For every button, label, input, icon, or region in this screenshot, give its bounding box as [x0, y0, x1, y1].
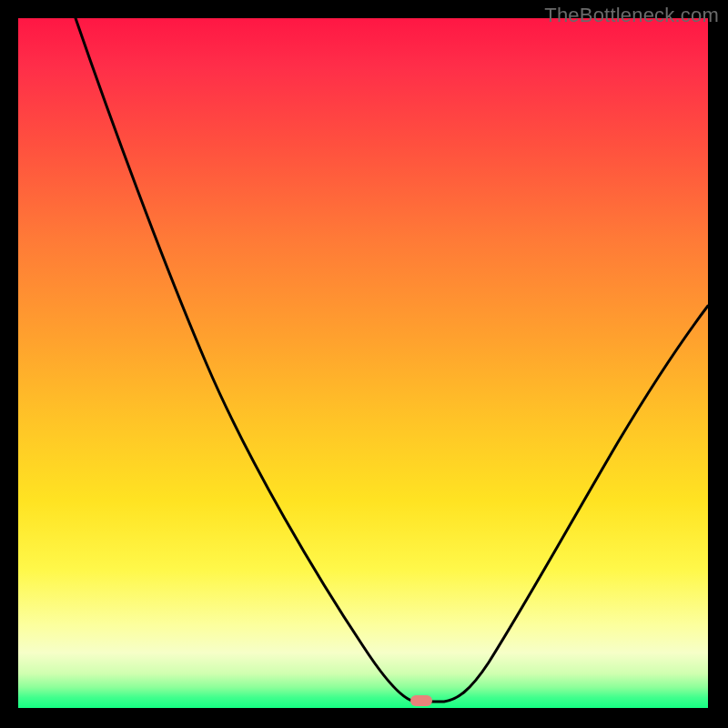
watermark-text: TheBottleneck.com	[544, 4, 719, 27]
bottleneck-curve	[76, 18, 708, 702]
chart-frame: TheBottleneck.com	[0, 0, 728, 728]
curve-layer	[18, 18, 708, 708]
optimal-point-marker	[410, 695, 432, 706]
plot-area	[18, 18, 708, 708]
